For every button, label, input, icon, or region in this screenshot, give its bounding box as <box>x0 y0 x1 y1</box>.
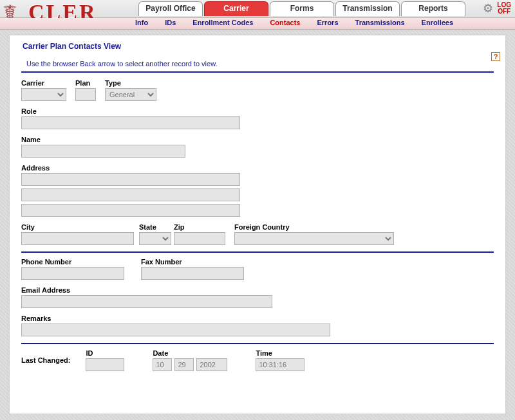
name-input[interactable] <box>21 145 185 158</box>
time-input[interactable] <box>256 358 304 371</box>
instruction-text: Use the browser Back arrow to select ano… <box>26 60 494 68</box>
tab-reports[interactable]: Reports <box>401 1 465 16</box>
label-fax: Fax Number <box>141 258 244 266</box>
fax-input[interactable] <box>141 267 244 280</box>
label-time: Time <box>256 349 304 357</box>
subnav-info[interactable]: Info <box>135 19 148 26</box>
help-icon[interactable]: ? <box>491 52 500 61</box>
role-input[interactable] <box>21 116 240 129</box>
logoff-line2: OFF <box>497 8 511 15</box>
phone-input[interactable] <box>21 267 124 280</box>
divider <box>21 71 494 73</box>
subnav-ids[interactable]: IDs <box>165 19 176 26</box>
divider <box>21 343 494 344</box>
label-date: Date <box>153 349 227 357</box>
type-select[interactable]: General <box>105 88 156 101</box>
top-bar: ☤ CLER Payroll Office Carrier Forms Tran… <box>0 0 515 18</box>
label-state: State <box>139 223 171 231</box>
label-city: City <box>21 223 134 231</box>
address-line1-input[interactable] <box>21 173 240 186</box>
label-role: Role <box>21 107 494 115</box>
sub-nav: Info IDs Enrollment Codes Contacts Error… <box>0 18 515 30</box>
foreign-country-select[interactable] <box>234 232 394 245</box>
subnav-errors[interactable]: Errors <box>317 19 338 26</box>
label-phone: Phone Number <box>21 258 124 266</box>
tab-forms[interactable]: Forms <box>270 1 334 16</box>
remarks-input[interactable] <box>21 324 330 336</box>
page-title: Carrier Plan Contacts View <box>23 42 494 51</box>
last-changed-id-input[interactable] <box>86 358 124 371</box>
label-remarks: Remarks <box>21 315 494 322</box>
label-carrier: Carrier <box>21 79 66 87</box>
state-select[interactable] <box>139 232 171 245</box>
date-mm-input[interactable] <box>153 358 172 371</box>
subnav-enrollees[interactable]: Enrollees <box>422 19 454 26</box>
address-line3-input[interactable] <box>21 204 240 217</box>
main-panel: Carrier Plan Contacts View ? Use the bro… <box>9 35 506 414</box>
address-line2-input[interactable] <box>21 188 240 201</box>
log-off-button[interactable]: LOG OFF <box>497 2 511 15</box>
zip-input[interactable] <box>174 232 225 245</box>
label-zip: Zip <box>174 223 225 231</box>
divider <box>21 251 494 253</box>
label-last-changed: Last Changed: <box>21 356 70 364</box>
label-type: Type <box>105 79 156 87</box>
date-yyyy-input[interactable] <box>196 358 227 371</box>
label-name: Name <box>21 136 494 143</box>
city-input[interactable] <box>21 232 134 245</box>
tab-carrier[interactable]: Carrier <box>204 1 268 16</box>
gear-icon[interactable]: ⚙ <box>483 1 493 15</box>
label-plan: Plan <box>75 79 96 87</box>
label-foreign: Foreign Country <box>234 223 394 231</box>
date-dd-input[interactable] <box>174 358 194 371</box>
tab-transmission[interactable]: Transmission <box>335 1 400 16</box>
email-input[interactable] <box>21 295 272 308</box>
label-email: Email Address <box>21 286 494 294</box>
plan-input[interactable] <box>75 88 96 101</box>
subnav-enrollment[interactable]: Enrollment Codes <box>192 19 253 26</box>
main-tabs: Payroll Office Carrier Forms Transmissio… <box>138 1 465 16</box>
carrier-select[interactable] <box>21 88 66 101</box>
subnav-transmissions[interactable]: Transmissions <box>355 19 405 26</box>
label-id: ID <box>86 349 124 357</box>
label-address: Address <box>21 164 494 172</box>
tab-payroll-office[interactable]: Payroll Office <box>138 1 203 16</box>
subnav-contacts[interactable]: Contacts <box>270 19 300 26</box>
top-right-controls: ⚙ LOG OFF <box>483 1 511 15</box>
